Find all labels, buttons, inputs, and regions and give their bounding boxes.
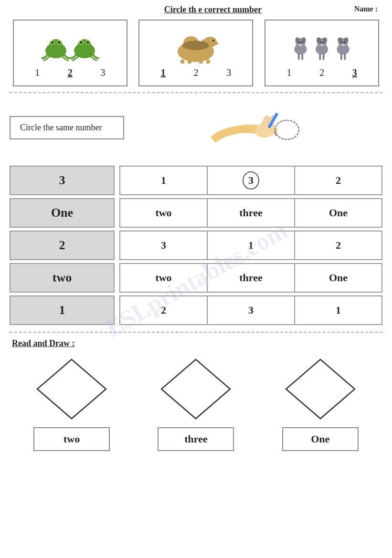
camel-num-2[interactable]: 2	[193, 67, 198, 78]
prompt-3: 2	[10, 231, 115, 260]
answer-area-3: 3 1 2	[119, 231, 382, 260]
svg-point-10	[80, 41, 82, 43]
svg-point-54	[275, 120, 299, 139]
svg-rect-44	[298, 54, 300, 60]
svg-point-41	[341, 42, 343, 43]
svg-rect-21	[206, 60, 210, 63]
instruction-row: Circle the same number	[10, 99, 382, 156]
svg-rect-18	[180, 60, 184, 63]
answer-5-2[interactable]: 1	[295, 296, 381, 324]
svg-point-11	[86, 41, 89, 43]
diamond-item-two: two	[14, 356, 129, 451]
camel-numbers: 1 2 3	[147, 67, 245, 78]
raccoon-num-2[interactable]: 2	[319, 67, 324, 78]
diamond-label-1: two	[33, 427, 110, 451]
camel-num-3[interactable]: 3	[226, 67, 231, 78]
answer-2-2[interactable]: One	[295, 199, 381, 227]
answer-4-1[interactable]: three	[208, 264, 295, 292]
animals-section: 1 2 3	[10, 20, 382, 86]
svg-point-28	[301, 42, 303, 43]
answer-3-2[interactable]: 2	[295, 232, 381, 259]
svg-point-34	[319, 42, 321, 43]
answer-3-1[interactable]: 1	[208, 232, 295, 259]
answer-area-4: two three One	[119, 263, 382, 293]
svg-point-22	[182, 41, 209, 50]
diamond-shape-3	[282, 356, 359, 422]
animal-box-frogs: 1 2 3	[13, 20, 127, 86]
exercise-row-4: two two three One	[10, 263, 382, 293]
page-title: Circle th e correct number	[72, 5, 354, 15]
svg-marker-57	[286, 359, 355, 419]
svg-point-29	[298, 43, 303, 46]
prompt-2: One	[10, 198, 115, 228]
svg-rect-45	[301, 54, 303, 60]
read-draw-section: Read and Draw : two three One	[10, 338, 382, 451]
svg-point-5	[58, 41, 60, 43]
read-draw-title: Read and Draw :	[12, 338, 382, 348]
divider-2	[10, 332, 382, 333]
frog-num-3[interactable]: 3	[100, 67, 105, 78]
svg-point-17	[214, 42, 218, 45]
prompt-5: 1	[10, 295, 115, 325]
answer-4-2[interactable]: One	[295, 264, 381, 292]
prompt-4: two	[10, 263, 115, 293]
raccoon-image	[291, 25, 353, 63]
diamond-shape-2	[158, 356, 234, 422]
svg-rect-20	[199, 60, 203, 63]
answer-1-0[interactable]: 1	[120, 167, 208, 194]
answer-3-0[interactable]: 3	[120, 232, 208, 259]
answer-1-1[interactable]: 3	[208, 167, 295, 194]
answer-5-1[interactable]: 3	[208, 296, 295, 324]
svg-rect-48	[340, 54, 342, 60]
diamond-label-3: One	[282, 427, 359, 451]
svg-rect-47	[323, 54, 325, 60]
svg-point-42	[344, 42, 346, 43]
svg-point-36	[319, 43, 324, 46]
exercise-row-3: 2 3 1 2	[10, 231, 382, 260]
divider-1	[10, 92, 382, 93]
frog-num-2[interactable]: 2	[68, 67, 73, 78]
raccoon-num-1[interactable]: 1	[286, 67, 291, 78]
svg-point-4	[51, 41, 53, 43]
instruction-box: Circle the same number	[10, 116, 124, 139]
diamonds-row: two three One	[14, 356, 378, 451]
answer-2-1[interactable]: three	[208, 199, 295, 227]
answer-area-5: 2 3 1	[119, 295, 382, 325]
svg-point-35	[322, 42, 324, 43]
camel-image	[165, 25, 227, 63]
raccoon-num-3[interactable]: 3	[352, 67, 357, 78]
diamond-item-one: One	[263, 356, 378, 451]
prompt-1: 3	[10, 166, 115, 195]
exercise-row-1: 3 1 3 2	[10, 166, 382, 195]
answer-1-2[interactable]: 2	[295, 167, 381, 194]
frog-numbers: 1 2 3	[21, 67, 119, 78]
animal-box-raccoons: 1 2 3	[265, 20, 379, 86]
exercises-section: 3 1 3 2 One two three One 2 3 1 2 two tw…	[10, 166, 382, 325]
svg-rect-19	[188, 60, 191, 63]
svg-rect-49	[344, 54, 346, 60]
raccoon-numbers: 1 2 3	[273, 67, 371, 78]
camel-num-1[interactable]: 1	[161, 67, 166, 78]
name-label: Name :	[354, 5, 378, 13]
svg-marker-55	[37, 359, 106, 419]
diamond-shape-1	[33, 356, 110, 422]
diamond-item-three: three	[138, 356, 253, 451]
svg-point-27	[298, 42, 300, 43]
frog-num-1[interactable]: 1	[35, 67, 40, 78]
exercise-row-2: One two three One	[10, 198, 382, 228]
animal-box-camel: 1 2 3	[138, 20, 253, 86]
answer-4-0[interactable]: two	[120, 264, 208, 292]
diamond-label-2: three	[158, 427, 234, 451]
answer-area-1: 1 3 2	[119, 166, 382, 195]
answer-area-2: two three One	[119, 198, 382, 228]
svg-rect-46	[319, 54, 321, 60]
hand-drawing-area	[124, 99, 382, 156]
svg-point-43	[341, 43, 345, 46]
header: Circle th e correct number Name :	[10, 5, 382, 15]
answer-5-0[interactable]: 2	[120, 296, 208, 324]
svg-marker-56	[161, 359, 230, 419]
exercise-row-5: 1 2 3 1	[10, 295, 382, 325]
answer-2-0[interactable]: two	[120, 199, 208, 227]
frog-image	[39, 25, 101, 63]
svg-point-16	[212, 40, 214, 42]
